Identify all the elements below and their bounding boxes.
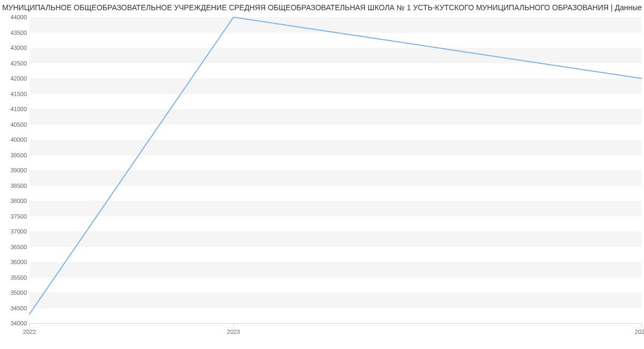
x-tick-mark [641, 323, 642, 328]
y-tick-label: 35500 [10, 274, 27, 281]
y-tick-label: 42500 [10, 60, 27, 67]
y-tick-label: 39500 [10, 152, 27, 158]
series-path [30, 17, 641, 314]
y-tick-label: 37000 [10, 228, 27, 235]
y-tick-label: 43000 [10, 45, 27, 51]
y-tick-label: 40000 [10, 136, 27, 143]
x-tick-mark [233, 323, 234, 328]
y-tick-label: 40500 [10, 121, 27, 128]
x-tick-label: 2025 [635, 329, 644, 335]
y-tick-label: 44000 [10, 14, 27, 20]
x-tick-label: 2022 [23, 329, 36, 335]
y-tick-label: 35000 [10, 289, 27, 296]
y-tick-label: 42000 [10, 75, 27, 82]
y-tick-label: 34500 [10, 305, 27, 311]
y-tick-label: 36000 [10, 259, 27, 265]
y-tick-label: 39000 [10, 167, 27, 173]
y-tick-label: 41000 [10, 106, 27, 112]
y-tick-label: 38500 [10, 183, 27, 189]
x-tick-label: 2023 [227, 329, 240, 335]
y-tick-label: 38000 [10, 198, 27, 204]
y-tick-label: 36500 [10, 244, 27, 250]
x-tick-mark [30, 323, 30, 328]
line-series [30, 17, 641, 323]
y-tick-label: 41500 [10, 91, 27, 97]
plot-area [30, 17, 641, 323]
chart-container: 3400034500350003550036000365003700037500… [0, 12, 644, 345]
chart-title: МУНИЦИПАЛЬНОЕ ОБЩЕОБРАЗОВАТЕЛЬНОЕ УЧРЕЖД… [0, 0, 644, 12]
y-tick-label: 37500 [10, 213, 27, 220]
y-tick-label: 43500 [10, 30, 27, 36]
y-tick-label: 34000 [10, 320, 27, 326]
x-axis-line [30, 323, 641, 324]
